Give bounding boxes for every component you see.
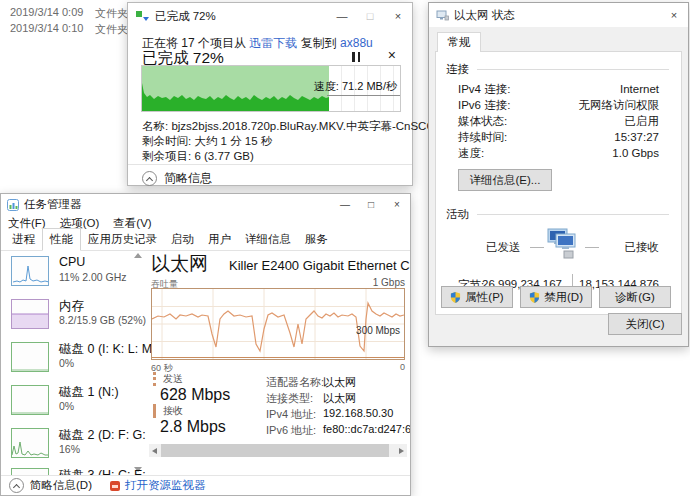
copy-progress-dialog: 已完成 72% — □ × 正在将 17 个项目从 迅雷下载 复制到 ax88u… — [127, 2, 413, 186]
copy-dest-link[interactable]: ax88u — [340, 36, 373, 50]
adapter-subtitle: Killer E2400 Gigabit Ethernet Contr... — [229, 258, 410, 273]
sidebar-disk2-detail: 16% — [59, 443, 80, 455]
explorer-row[interactable]: 2019/3/14 0:09 文件夹 — [10, 6, 83, 18]
ethernet-dialog-titlebar[interactable]: 以太网 状态 × — [429, 3, 688, 27]
ipv6-label: IPv6 连接: — [458, 98, 510, 113]
scale-top-label: 1 Gbps — [151, 277, 405, 288]
less-details-toggle[interactable]: 简略信息 — [142, 170, 212, 187]
duration-label: 持续时间: — [458, 130, 507, 145]
sidebar-memory-label: 内存 — [59, 298, 84, 315]
close-button[interactable]: 关闭(C) — [608, 313, 682, 335]
close-icon[interactable]: × — [384, 3, 412, 29]
tab-users[interactable]: 用户 — [201, 229, 238, 250]
duration-value: 15:37:27 — [614, 131, 659, 143]
task-manager-titlebar[interactable]: 任务管理器 — □ × — [1, 194, 410, 215]
copy-items-remaining: 剩余项目: 6 (3.77 GB) — [142, 149, 254, 164]
resource-monitor-label: 打开资源监视器 — [125, 478, 206, 493]
media-state-label: 媒体状态: — [458, 114, 507, 129]
properties-label: 属性(P) — [465, 290, 503, 305]
ethernet-throughput-chart: 300 Mbps — [151, 288, 405, 360]
adapter-name-value: 以太网 — [323, 375, 356, 390]
adapter-name-label: 适配器名称: — [266, 375, 324, 390]
copy-status-middle: 复制到 — [297, 36, 340, 50]
cancel-copy-icon[interactable]: × — [388, 47, 396, 63]
media-state-row: 媒体状态: 已启用 — [458, 113, 659, 129]
activity-group-header: 活动 — [446, 207, 669, 222]
file-date: 2019/3/14 0:10 — [10, 22, 83, 34]
network-connection-icon — [436, 10, 449, 21]
pause-icon[interactable] — [352, 52, 364, 62]
minimize-icon[interactable]: — — [332, 194, 358, 215]
ipv4-address-label: IPv4 地址: — [266, 407, 316, 422]
less-details-label: 简略信息 — [164, 170, 212, 187]
tab-app-history[interactable]: 应用历史记录 — [81, 229, 164, 250]
scroll-left-icon[interactable] — [152, 448, 157, 454]
sidebar-item-disk1[interactable]: 磁盘 1 (N:) 0% — [1, 384, 146, 426]
diagnose-button[interactable]: 诊断(G) — [599, 286, 671, 308]
scrollbar-thumb[interactable] — [161, 444, 389, 457]
sidebar-disk1-detail: 0% — [59, 400, 74, 412]
copy-files-icon — [136, 10, 150, 22]
sidebar-memory-detail: 8.2/15.9 GB (52%) — [59, 314, 146, 326]
disk3-mini-graph — [11, 468, 49, 475]
maximize-icon[interactable]: □ — [358, 194, 384, 215]
maximize-icon[interactable]: □ — [356, 3, 384, 29]
ipv4-value: Internet — [620, 83, 659, 95]
activity-diagram: 已发送 已接收 — [458, 226, 659, 268]
details-button[interactable]: 详细信息(E)... — [458, 169, 552, 191]
sidebar-disk0-detail: 0% — [59, 357, 74, 369]
ipv6-row: IPv6 连接: 无网络访问权限 — [458, 97, 659, 113]
sidebar-item-disk3[interactable]: 磁盘 3 (H: C: E: — [1, 467, 146, 475]
ipv6-address-value: fe80::dc7a:d247:6975:b4bb%... — [323, 423, 410, 435]
copy-dialog-title: 已完成 72% — [155, 9, 216, 24]
connection-type-value: 以太网 — [323, 391, 356, 406]
disable-button[interactable]: 禁用(D) — [520, 286, 592, 308]
uac-shield-icon — [450, 292, 461, 303]
properties-button[interactable]: 属性(P) — [441, 286, 513, 308]
explorer-row[interactable]: 2019/3/14 0:10 文件夹 — [10, 22, 83, 34]
receive-label: 接收 — [153, 404, 226, 418]
ethernet-status-dialog: 以太网 状态 × 常规 连接 IPv4 连接: Internet IPv6 连接… — [428, 2, 689, 347]
tab-general[interactable]: 常规 — [437, 32, 481, 52]
tab-services[interactable]: 服务 — [298, 229, 335, 250]
task-manager-statusbar: 简略信息(D) 打开资源监视器 — [1, 475, 410, 495]
ipv6-address-label: IPv6 地址: — [266, 423, 316, 438]
disk2-mini-graph — [11, 428, 49, 458]
speed-label: 速度: 71.2 MB/秒 — [314, 79, 397, 94]
tab-processes[interactable]: 进程 — [5, 229, 42, 250]
open-resource-monitor-link[interactable]: 打开资源监视器 — [110, 478, 206, 493]
minimize-icon[interactable]: — — [328, 3, 356, 29]
memory-mini-graph — [11, 299, 49, 329]
copy-progress-graph: 速度: 71.2 MB/秒 — [141, 65, 401, 112]
ethernet-dialog-title: 以太网 状态 — [454, 8, 515, 23]
chevron-up-icon — [9, 478, 24, 493]
tab-startup[interactable]: 启动 — [164, 229, 201, 250]
scroll-right-icon[interactable] — [399, 448, 404, 454]
copy-file-name: 名称: bjzs2bjss.2018.720p.BluRay.MKV.中英字幕-… — [142, 119, 460, 134]
horizontal-scrollbar[interactable] — [149, 444, 407, 457]
tab-details[interactable]: 详细信息 — [238, 229, 298, 250]
sent-label: 已发送 — [486, 240, 521, 255]
sidebar-item-disk2[interactable]: 磁盘 2 (D: F: G: 16% — [1, 427, 146, 469]
file-date: 2019/3/14 0:09 — [10, 6, 83, 18]
sidebar-item-memory[interactable]: 内存 8.2/15.9 GB (52%) — [1, 298, 146, 340]
speed-value: 1.0 Gbps — [612, 147, 659, 159]
file-kind: 文件夹 — [95, 6, 128, 21]
fewer-details-toggle[interactable]: 简略信息(D) — [9, 478, 92, 493]
file-kind: 文件夹 — [95, 22, 128, 37]
task-manager-title: 任务管理器 — [24, 197, 82, 212]
sidebar-item-cpu[interactable]: CPU 11% 2.00 GHz — [1, 255, 146, 297]
tab-performance[interactable]: 性能 — [42, 228, 81, 251]
copy-dialog-titlebar[interactable]: 已完成 72% — □ × — [128, 3, 412, 29]
chevron-up-icon — [142, 171, 157, 186]
resource-monitor-icon — [110, 481, 120, 491]
sidebar-disk2-label: 磁盘 2 (D: F: G: — [59, 427, 146, 444]
speed-row: 速度: 1.0 Gbps — [458, 145, 659, 161]
sidebar-item-disk0[interactable]: 磁盘 0 (I: K: L: M 0% — [1, 341, 146, 383]
close-icon[interactable]: × — [660, 3, 688, 27]
copy-time-remaining: 剩余时间: 大约 1 分 15 秒 — [142, 134, 272, 149]
close-icon[interactable]: × — [384, 194, 410, 215]
copy-source-link[interactable]: 迅雷下载 — [249, 36, 297, 50]
connection-type-label: 连接类型: — [266, 391, 313, 406]
activity-group-label: 活动 — [446, 207, 469, 222]
